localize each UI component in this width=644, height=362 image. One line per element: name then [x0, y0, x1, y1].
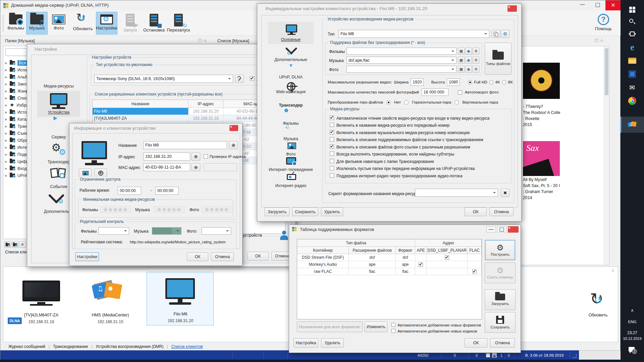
formats-ok-button[interactable]: ОК [465, 338, 487, 348]
tab-transcoding[interactable]: Транскодирование [50, 344, 91, 349]
auto-codecs-checkbox[interactable] [391, 329, 395, 333]
settings-titlebar[interactable]: Настройка [27, 44, 296, 54]
photo-gear-button[interactable]: ⚙ [473, 66, 479, 73]
ip-check-checkbox[interactable] [204, 154, 208, 159]
width-input[interactable]: 1920 [411, 78, 424, 86]
start-button[interactable] [621, 5, 644, 15]
fmt-container[interactable]: DSD Stream File (DSF) [297, 254, 349, 261]
client-card-tv[interactable]: [TV]42LM640T-ZA 192.168.31.18 [14, 270, 69, 327]
info-ok-button[interactable]: ОК [187, 252, 208, 261]
device-tab-itv[interactable]: Интернет-телевидение [268, 167, 314, 172]
ape-checkbox[interactable] [419, 262, 423, 267]
restrictions-button[interactable]: Ограничения для всех форматов: [297, 321, 363, 332]
column-header[interactable]: Расширение файлов [349, 247, 396, 254]
photo-stars[interactable]: ☆☆☆☆☆ [202, 206, 232, 213]
language-indicator[interactable]: ENG [621, 318, 644, 325]
media-checkbox-4[interactable] [330, 144, 334, 149]
device-cancel-button[interactable]: Отмена [489, 207, 514, 216]
music-table-button[interactable]: ▦ [458, 57, 465, 64]
name-network-button[interactable]: ⊕ [229, 141, 238, 149]
tree-item[interactable]: ▶UPnP [5, 172, 28, 179]
device-tab-iradio[interactable]: Интернет-радио [268, 183, 314, 188]
radio-4k[interactable] [489, 80, 493, 84]
time-to-input[interactable]: 00:00:00 [155, 187, 179, 195]
toolbar-refresh-button[interactable]: ↻↺ Обновить [71, 12, 95, 35]
info-titlebar[interactable]: Информация о клиентском устройстве [69, 123, 242, 133]
table-cell-name[interactable]: Fiio M6 [93, 108, 189, 115]
ip-network-button[interactable]: ⊕ [192, 153, 200, 161]
media-checkbox-1[interactable] [330, 123, 334, 127]
column-header[interactable]: FLAC [468, 247, 482, 254]
settings-ok-button[interactable]: ОК [247, 252, 269, 260]
films-gear-button[interactable]: ⚙ [473, 48, 479, 55]
device-ok-button[interactable]: ОК [465, 207, 487, 216]
toolbar-help-button[interactable]: ? Помощь [591, 12, 616, 35]
info-globe-button[interactable] [94, 169, 107, 177]
column-header[interactable]: Формат [396, 247, 415, 254]
task-view-icon[interactable] [621, 29, 644, 39]
radio-8k[interactable] [502, 80, 506, 84]
album-cover-sax[interactable]: Sax [523, 141, 560, 176]
device-section-transcoder[interactable]: Транскодер [268, 103, 314, 108]
list-collapse-icon[interactable]: □ [595, 38, 598, 42]
tab-clients[interactable]: Список клиентов [168, 344, 206, 349]
device-tab-main[interactable]: Основные [268, 37, 314, 42]
toolbar-stop-button[interactable]: Остановка [143, 12, 165, 35]
clock-date[interactable]: 10.12.2019 [621, 336, 644, 341]
uncheck-button[interactable]: ⚙ Снять отметку [485, 262, 516, 283]
name-input[interactable]: Fiio M6 [143, 141, 227, 149]
fmt-container[interactable]: Monkey's Audio [297, 261, 349, 268]
radio-mpo-horizontal[interactable] [404, 100, 409, 105]
minimize-icon[interactable]: — [486, 226, 496, 233]
fmt-container[interactable]: raw FLAC [297, 268, 349, 275]
height-input[interactable]: 1080 [447, 78, 460, 86]
device-tab-upnp[interactable]: UPnP, DLNA [268, 75, 314, 79]
default-type-select[interactable]: Телевизор Sony (DLNA, 16:9, 644x362) [94, 75, 233, 83]
films-formats-select[interactable] [346, 48, 457, 55]
settings-checkbox[interactable] [250, 76, 254, 81]
auto-formats-checkbox[interactable] [391, 323, 395, 327]
parental-music-select[interactable] [152, 227, 181, 235]
formats-load-button[interactable]: Загрузить [485, 289, 516, 310]
column-header[interactable]: IP-адрес [189, 100, 223, 108]
films-disc-button[interactable]: ◉ [465, 48, 472, 55]
formats-settings-button[interactable]: Настройка [293, 338, 318, 348]
mac-network-button[interactable]: ⊕ [192, 163, 200, 171]
formats-save-button[interactable]: Сохранить [485, 312, 516, 333]
photo-disc-button[interactable]: ◉ [465, 66, 472, 73]
time-from-input[interactable]: 00:00:00 [118, 187, 141, 195]
column-header[interactable]: Контейнер [297, 247, 349, 254]
media-checkbox-0[interactable] [330, 116, 334, 120]
device-tab-extra[interactable]: Дополнительные [268, 57, 314, 62]
clients-pin-icon[interactable]: ⊥ [611, 268, 614, 272]
music-disc-button[interactable]: ◉ [465, 57, 472, 64]
album-cover-roxette[interactable] [523, 63, 560, 99]
status-save-icon[interactable] [492, 353, 497, 358]
column-header[interactable]: APE [415, 247, 427, 254]
hms-app-icon[interactable]: ♫ [621, 119, 644, 131]
sidebar-item-devices[interactable]: Устройства [37, 110, 80, 115]
device-save-button[interactable]: Сохранить [292, 207, 318, 216]
mac-extra-input[interactable] [204, 163, 237, 171]
info-picture-button[interactable] [79, 169, 92, 177]
clients-refresh-button[interactable]: ↻↺ Обновить [583, 293, 613, 325]
formats-titlebar[interactable]: Таблица поддерживаемых форматов [289, 225, 521, 234]
close-icon[interactable]: ✕ [605, 0, 621, 10]
table-cell-name[interactable]: [TV]42LM640T-ZA [93, 115, 189, 122]
music-stars[interactable]: ☆☆☆☆☆ [154, 206, 185, 213]
scrollbar-thumb[interactable] [605, 48, 608, 95]
music-formats-select[interactable]: dsf,ape,flac [346, 57, 457, 64]
search-icon[interactable] [621, 17, 644, 27]
ip-input[interactable]: 192.168.31.20 [143, 153, 190, 161]
tray-chevron-icon[interactable]: ∧ [621, 307, 644, 314]
toolbar-music-button[interactable]: ♫ Музыка [26, 12, 48, 35]
script-clear-button[interactable]: ✖ [501, 189, 509, 197]
client-card-hms[interactable]: ♫ HMS (MediaCenter) 192.168.31.15 [83, 270, 138, 327]
list-pin-icon[interactable]: ⊥ [600, 38, 603, 42]
media-checkbox-6[interactable] [330, 159, 334, 163]
client-card-fiio[interactable]: Fiio M6 192.168.31.20 [147, 272, 214, 325]
device-tab-web[interactable]: Web-навигация [268, 89, 314, 94]
tab-log[interactable]: Журнал сообщений [5, 344, 49, 349]
type-select[interactable]: Fiio M6 [338, 30, 489, 38]
formats-delete-button[interactable]: Удалить [321, 338, 344, 348]
